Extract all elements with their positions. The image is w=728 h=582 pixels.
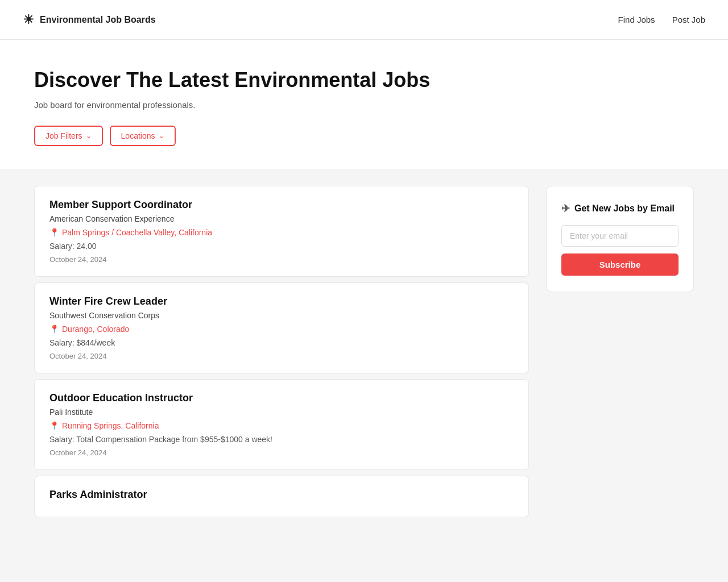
job-list: Member Support Coordinator American Cons…	[34, 186, 529, 523]
main-nav: Find Jobs Post Job	[618, 15, 705, 24]
locations-button[interactable]: Locations ⌄	[110, 126, 176, 146]
email-widget-header: ✈ Get New Jobs by Email	[561, 202, 679, 215]
job-company: Pali Institute	[49, 408, 514, 417]
job-date: October 24, 2024	[49, 448, 514, 457]
job-date: October 24, 2024	[49, 255, 514, 264]
job-title: Parks Administrator	[49, 489, 514, 501]
chevron-down-icon: ⌄	[86, 132, 92, 140]
main-content: Member Support Coordinator American Cons…	[0, 169, 728, 540]
nav-find-jobs[interactable]: Find Jobs	[618, 15, 655, 24]
subscribe-button[interactable]: Subscribe	[561, 253, 679, 276]
table-row[interactable]: Parks Administrator	[34, 476, 529, 517]
nav-post-job[interactable]: Post Job	[672, 15, 705, 24]
location-pin-icon: 📍	[49, 325, 59, 334]
job-date: October 24, 2024	[49, 352, 514, 360]
header: ☀ Environmental Job Boards Find Jobs Pos…	[0, 0, 728, 40]
job-company: Southwest Conservation Corps	[49, 311, 514, 320]
chevron-down-icon: ⌄	[159, 132, 164, 140]
job-location-text[interactable]: Durango, Colorado	[62, 325, 129, 334]
job-title: Member Support Coordinator	[49, 199, 514, 211]
email-field[interactable]	[561, 225, 679, 247]
locations-label: Locations	[121, 131, 155, 140]
job-location-text[interactable]: Running Springs, California	[62, 421, 159, 430]
job-salary: Salary: $844/week	[49, 338, 514, 347]
job-location-text[interactable]: Palm Springs / Coachella Valley, Califor…	[62, 228, 212, 237]
hero-section: Discover The Latest Environmental Jobs J…	[0, 40, 728, 169]
job-location: 📍 Running Springs, California	[49, 421, 514, 430]
job-title: Outdoor Education Instructor	[49, 392, 514, 404]
location-pin-icon: 📍	[49, 228, 59, 237]
job-company: American Conservation Experience	[49, 214, 514, 223]
hero-subtitle: Job board for environmental professional…	[34, 100, 694, 110]
page-title: Discover The Latest Environmental Jobs	[34, 68, 694, 92]
logo[interactable]: ☀ Environmental Job Boards	[23, 13, 156, 27]
email-subscription-widget: ✈ Get New Jobs by Email Subscribe	[546, 186, 694, 292]
table-row[interactable]: Winter Fire Crew Leader Southwest Conser…	[34, 282, 529, 373]
job-filters-button[interactable]: Job Filters ⌄	[34, 126, 103, 146]
send-icon: ✈	[561, 202, 570, 215]
logo-icon: ☀	[23, 13, 34, 27]
logo-text: Environmental Job Boards	[40, 15, 156, 25]
job-salary: Salary: Total Compensation Package from …	[49, 435, 514, 444]
location-pin-icon: 📍	[49, 421, 59, 430]
job-salary: Salary: 24.00	[49, 242, 514, 251]
job-location: 📍 Durango, Colorado	[49, 325, 514, 334]
job-title: Winter Fire Crew Leader	[49, 296, 514, 307]
filter-buttons: Job Filters ⌄ Locations ⌄	[34, 126, 694, 146]
table-row[interactable]: Member Support Coordinator American Cons…	[34, 186, 529, 277]
job-filters-label: Job Filters	[46, 131, 82, 140]
email-widget-title: Get New Jobs by Email	[574, 203, 675, 214]
job-location: 📍 Palm Springs / Coachella Valley, Calif…	[49, 228, 514, 237]
table-row[interactable]: Outdoor Education Instructor Pali Instit…	[34, 379, 529, 470]
